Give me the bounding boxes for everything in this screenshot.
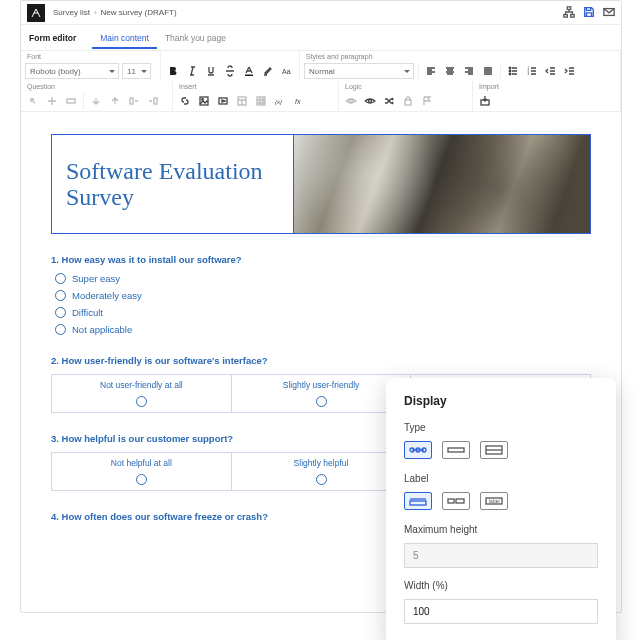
radio-icon [55, 307, 66, 318]
number-list-button[interactable]: 123 [524, 63, 540, 79]
svg-rect-13 [130, 98, 133, 104]
radio-option[interactable]: Difficult [55, 307, 591, 318]
font-family-select[interactable]: Roboto (body) [25, 63, 119, 79]
svg-point-8 [509, 73, 511, 75]
display-properties-panel: Display Type Label label Maximum height … [386, 378, 616, 640]
width-input[interactable] [404, 599, 598, 624]
radio-option[interactable]: Not applicable [55, 324, 591, 335]
col-left-icon[interactable] [126, 93, 142, 109]
video-icon[interactable] [215, 93, 231, 109]
radio-icon [136, 474, 147, 485]
lock-icon[interactable] [400, 93, 416, 109]
svg-text:Aa: Aa [282, 68, 291, 75]
radio-option[interactable]: Moderately easy [55, 290, 591, 301]
editor-title: Form editor [29, 33, 76, 43]
radio-icon [55, 324, 66, 335]
scale-option[interactable]: Slightly user-friendly [232, 375, 412, 412]
scale-option[interactable]: Not helpful at all [52, 453, 232, 490]
paragraph-style-select[interactable]: Normal [304, 63, 414, 79]
breadcrumb-item[interactable]: New survey (DRAFT) [101, 8, 177, 17]
svg-rect-33 [456, 499, 464, 503]
bold-button[interactable] [165, 63, 181, 79]
svg-point-22 [350, 100, 353, 103]
svg-rect-24 [405, 100, 411, 105]
breadcrumb-separator: › [94, 8, 97, 17]
question-title: 1. How easy was it to install our softwa… [51, 254, 591, 265]
highlight-button[interactable] [260, 63, 276, 79]
outdent-button[interactable] [543, 63, 559, 79]
arrow-up-left-icon[interactable] [25, 93, 41, 109]
svg-point-16 [202, 99, 204, 101]
move-up-icon[interactable] [107, 93, 123, 109]
strike-button[interactable] [222, 63, 238, 79]
svg-text:{x}: {x} [275, 99, 282, 105]
topbar: Survey list › New survey (DRAFT) [21, 1, 621, 25]
save-icon[interactable] [583, 6, 595, 20]
link-icon[interactable] [177, 93, 193, 109]
eye-icon[interactable] [343, 93, 359, 109]
indent-button[interactable] [562, 63, 578, 79]
survey-title-cell[interactable]: Software Evaluation Survey [52, 135, 294, 233]
label-option-above[interactable] [404, 492, 432, 510]
table-icon[interactable] [253, 93, 269, 109]
label-option-inline[interactable] [442, 492, 470, 510]
svg-rect-14 [154, 98, 157, 104]
eye-open-icon[interactable] [362, 93, 378, 109]
question-title: 2. How user-friendly is our software's i… [51, 355, 591, 366]
image-icon[interactable] [196, 93, 212, 109]
font-case-button[interactable]: Aa [279, 63, 295, 79]
svg-text:label: label [489, 498, 500, 504]
align-justify-button[interactable] [480, 63, 496, 79]
type-option-list[interactable] [480, 441, 508, 459]
align-center-button[interactable] [442, 63, 458, 79]
max-height-input[interactable] [404, 543, 598, 568]
font-color-button[interactable] [241, 63, 257, 79]
layout-icon[interactable] [234, 93, 250, 109]
font-size-select[interactable]: 11 [122, 63, 151, 79]
radio-option[interactable]: Super easy [55, 273, 591, 284]
survey-header-block[interactable]: Software Evaluation Survey [51, 134, 591, 234]
radio-icon [136, 396, 147, 407]
tab-thank-you[interactable]: Thank you page [157, 27, 234, 49]
svg-point-6 [509, 67, 511, 69]
svg-point-23 [369, 100, 372, 103]
flag-icon[interactable] [419, 93, 435, 109]
sitemap-icon[interactable] [563, 6, 575, 20]
svg-point-7 [509, 70, 511, 72]
radio-icon [316, 474, 327, 485]
mail-icon[interactable] [603, 6, 615, 20]
col-right-icon[interactable] [145, 93, 161, 109]
scale-option[interactable]: Not user-friendly at all [52, 375, 232, 412]
scale-option[interactable]: Slightly helpful [232, 453, 412, 490]
question-block[interactable]: 1. How easy was it to install our softwa… [51, 254, 591, 335]
tab-main-content[interactable]: Main content [92, 27, 157, 49]
shuffle-icon[interactable] [381, 93, 397, 109]
svg-rect-31 [410, 501, 426, 505]
label-option-text[interactable]: label [480, 492, 508, 510]
move-down-icon[interactable] [88, 93, 104, 109]
type-option-bar[interactable] [442, 441, 470, 459]
survey-header-image[interactable] [294, 135, 590, 233]
align-right-button[interactable] [461, 63, 477, 79]
import-icon[interactable] [477, 93, 493, 109]
split-icon[interactable] [44, 93, 60, 109]
text-field-icon[interactable] [63, 93, 79, 109]
type-option-dots[interactable] [404, 441, 432, 459]
underline-button[interactable] [203, 63, 219, 79]
align-left-button[interactable] [423, 63, 439, 79]
field-label: Maximum height [404, 524, 598, 535]
svg-rect-19 [257, 97, 265, 105]
formula-icon[interactable]: fx [291, 93, 307, 109]
breadcrumb-item[interactable]: Survey list [53, 8, 90, 17]
toolbar-group-label: Question [25, 83, 168, 91]
field-label: Type [404, 422, 598, 433]
radio-icon [55, 273, 66, 284]
radio-icon [55, 290, 66, 301]
svg-rect-32 [448, 499, 454, 503]
bullet-list-button[interactable] [505, 63, 521, 79]
toolbar-group-label: Styles and paragraph [304, 53, 616, 61]
field-label: Width (%) [404, 580, 598, 591]
app-logo[interactable] [27, 4, 45, 22]
variable-icon[interactable]: {x} [272, 93, 288, 109]
italic-button[interactable] [184, 63, 200, 79]
